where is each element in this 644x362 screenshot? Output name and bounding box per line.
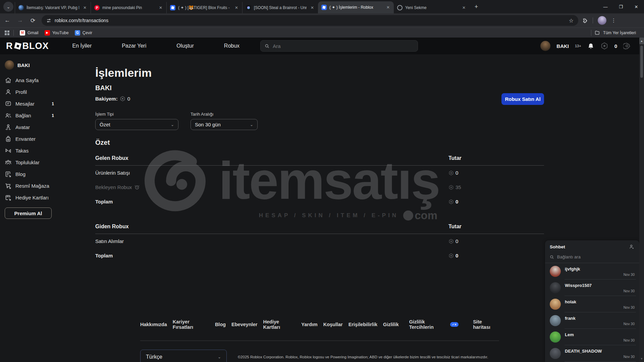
filter-label: Tarih Aralığı (191, 112, 258, 117)
browser-tab[interactable]: ( ✦ ) [🐯TIGER] Blox Fruits - Rob ✕ (166, 2, 242, 13)
browser-tab[interactable]: Yeni Sekme ✕ (394, 2, 470, 13)
table-row: Satın Alımlar 0 (95, 234, 544, 248)
sidebar-item-blog[interactable]: Blog (0, 168, 59, 180)
amount-header: Tutar (448, 224, 462, 230)
tab-close-icon[interactable]: ✕ (461, 5, 467, 11)
browser-menu-icon[interactable]: ⋮ (611, 17, 616, 23)
sidebar-item-store[interactable]: Resmî Mağaza (0, 180, 59, 192)
footer-link-terms[interactable]: Koşullar (323, 322, 343, 327)
browser-tab[interactable]: P mine panosundaki Pin ✕ (91, 2, 166, 13)
footer-link-accessibility[interactable]: Erişilebilirlik (348, 322, 377, 327)
copyright-text: ©2025 Roblox Corporation. Roblox, Roblox… (227, 355, 499, 359)
search-input[interactable] (273, 43, 414, 49)
nav-create[interactable]: Oluştur (176, 43, 194, 49)
table-row-total: Toplam 0 (95, 194, 544, 209)
bookmark-youtube[interactable]: ▶ YouTube (45, 30, 69, 36)
browser-profile-avatar[interactable] (598, 16, 606, 25)
sidebar-item-giftcards[interactable]: Hediye Kartları (0, 192, 59, 203)
sidebar-item-connect[interactable]: Bağlan 1 (0, 110, 59, 121)
chat-contact[interactable]: ijvfghjk Nov 30 (545, 263, 639, 280)
sidebar-avatar (5, 60, 14, 70)
footer-link-help[interactable]: Yardım (301, 322, 317, 327)
chat-contact[interactable]: frank Nov 30 (545, 312, 639, 329)
forward-button[interactable]: → (15, 15, 25, 26)
tab-search-chevron-icon[interactable]: ⌄ (3, 2, 13, 12)
sidebar-item-avatar[interactable]: Avatar (0, 121, 59, 133)
sidebar-username: BAKI (17, 62, 30, 68)
tab-close-icon[interactable]: ✕ (309, 5, 315, 11)
footer-link-parents[interactable]: Ebeveynler (231, 322, 257, 327)
language-select[interactable]: Türkçe ⌄ (140, 350, 227, 362)
apps-grid-icon[interactable] (5, 31, 9, 35)
bookmark-gmail[interactable]: M Gmail (20, 30, 39, 36)
chat-contact[interactable]: Lem Nov 30 (545, 329, 639, 345)
roblox-logo[interactable]: R BLOX (6, 41, 49, 51)
transaction-type-select[interactable]: Özet ⌄ (95, 119, 178, 130)
sidebar-item-communities[interactable]: Topluluklar (0, 157, 59, 168)
footer-link-careers[interactable]: Kariyer Fırsatları (173, 319, 209, 330)
nav-charts[interactable]: En İyiler (72, 43, 92, 49)
page-scrollbar[interactable]: ▲ ▼ (639, 38, 644, 362)
settings-gear-icon[interactable] (623, 42, 631, 50)
nav-robux[interactable]: Robux (224, 43, 239, 49)
sidebar-item-inventory[interactable]: Envanter (0, 133, 59, 145)
user-avatar[interactable] (540, 41, 550, 51)
bookmarks-divider (591, 30, 591, 36)
sidebar-user[interactable]: BAKI (0, 59, 59, 74)
tab-close-icon[interactable]: ✕ (233, 5, 239, 11)
sidebar-item-trade[interactable]: Takas (0, 145, 59, 157)
maximize-button[interactable]: ❐ (613, 0, 629, 13)
scroll-down-arrow[interactable]: ▼ (639, 356, 644, 361)
browser-tab-active[interactable]: ( ✦ ) İşlemlerim - Roblox ✕ (318, 1, 394, 13)
roblox-favicon-icon (321, 5, 327, 10)
back-button[interactable]: ← (2, 15, 13, 26)
transaction-type-filter: İşlem Tipi Özet ⌄ (95, 112, 178, 130)
buy-robux-button[interactable]: Robux Satın Al (501, 93, 544, 105)
date-range-select[interactable]: Son 30 gün ⌄ (191, 119, 258, 130)
site-settings-icon[interactable] (46, 18, 51, 23)
sidebar-item-home[interactable]: Ana Sayfa (0, 74, 59, 86)
robux-balance-icon[interactable] (600, 42, 608, 50)
privacy-choices-link[interactable]: Gizlilik Tercihlerin ✓✕ (409, 319, 459, 330)
new-tab-button[interactable]: + (472, 2, 481, 11)
url-text[interactable]: roblox.com/tr/transactions (55, 18, 566, 23)
sidebar-item-profile[interactable]: Profil (0, 86, 59, 98)
premium-button[interactable]: Premium Al (5, 207, 52, 219)
footer-link-privacy[interactable]: Gizlilik (383, 322, 399, 327)
chat-contact[interactable]: DEATH_SHADOW Nov 30 (545, 345, 639, 362)
chat-search[interactable] (545, 252, 639, 263)
reload-button[interactable]: ⟳ (28, 15, 38, 26)
footer-link-about[interactable]: Hakkımızda (140, 322, 167, 327)
notifications-bell-icon[interactable] (587, 43, 594, 50)
close-window-button[interactable]: ✕ (629, 0, 644, 13)
chat-contact[interactable]: Wisspro1507 Nov 30 (545, 280, 639, 296)
chat-contact[interactable]: holak Nov 30 (545, 296, 639, 312)
address-bar[interactable]: roblox.com/tr/transactions ☆ (42, 15, 578, 26)
browser-tab[interactable]: [SOON] Steal a Brainrot - Unnan ✕ (242, 2, 318, 13)
giftcard-external-icon (5, 194, 12, 201)
table-header: Gelen Robux (95, 155, 128, 161)
sidebar-item-label: Avatar (15, 124, 30, 130)
site-search[interactable] (260, 40, 418, 52)
extensions-icon[interactable] (582, 18, 588, 23)
scrollbar-thumb[interactable] (640, 46, 643, 78)
chat-search-input[interactable] (557, 254, 635, 259)
minimize-button[interactable]: — (598, 0, 613, 13)
tab-title: mine panosundaki Pin (102, 5, 155, 10)
tab-close-icon[interactable]: ✕ (385, 4, 391, 10)
all-bookmarks[interactable]: Tüm Yer İşaretleri (591, 30, 636, 36)
tab-close-icon[interactable]: ✕ (158, 5, 164, 11)
footer-link-blog[interactable]: Blog (215, 322, 226, 327)
scroll-up-arrow[interactable]: ▲ (639, 38, 644, 44)
browser-tab[interactable]: İtemsatış: Valorant VP, Pubg Mo ✕ (15, 2, 91, 13)
header-username[interactable]: BAKI (556, 43, 569, 49)
footer-link-sitemap[interactable]: Site haritası (473, 319, 499, 330)
add-friend-icon[interactable] (629, 244, 635, 250)
tab-close-icon[interactable]: ✕ (82, 5, 88, 11)
sidebar-item-messages[interactable]: Mesajlar 1 (0, 98, 59, 110)
bookmark-translate[interactable]: G Çevir (75, 30, 92, 36)
footer-link-giftcards[interactable]: Hediye Kartları (263, 319, 296, 330)
robux-balance[interactable]: 0 (614, 43, 617, 49)
bookmark-star-icon[interactable]: ☆ (569, 17, 574, 24)
nav-marketplace[interactable]: Pazar Yeri (122, 43, 146, 49)
